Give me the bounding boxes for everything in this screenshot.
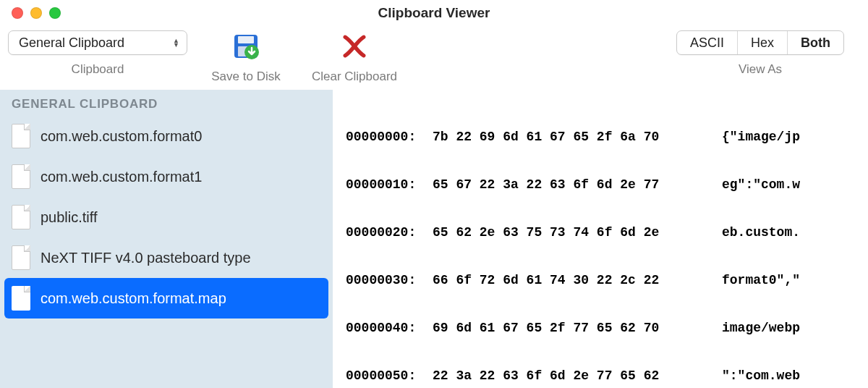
file-icon xyxy=(12,124,30,148)
view-as-group: ASCII Hex Both View As xyxy=(665,26,868,77)
titlebar: Clipboard Viewer xyxy=(0,0,868,26)
hex-ascii-pane: 00000000: 7b 22 69 6d 61 67 65 2f 6a 70 … xyxy=(333,90,868,388)
view-as-segmented: ASCII Hex Both xyxy=(676,30,844,55)
clipboard-select-group: General Clipboard ▲▼ Clipboard xyxy=(0,26,195,77)
minimize-window-icon[interactable] xyxy=(30,7,42,19)
hex-ascii: image/webp xyxy=(722,320,800,336)
sidebar-item[interactable]: public.tiff xyxy=(0,197,333,237)
sidebar: GENERAL CLIPBOARD com.web.custom.format0… xyxy=(0,90,333,388)
clipboard-select[interactable]: General Clipboard ▲▼ xyxy=(8,30,187,55)
chevron-updown-icon: ▲▼ xyxy=(173,38,179,47)
hex-offset: 00000030: xyxy=(346,272,433,288)
traffic-lights xyxy=(0,7,61,19)
hex-offset: 00000020: xyxy=(346,224,433,240)
sidebar-item-label: com.web.custom.format0 xyxy=(41,128,202,145)
hex-ascii: {"image/jp xyxy=(722,129,800,145)
hex-ascii: ":"com.web xyxy=(722,368,800,384)
view-as-caption: View As xyxy=(739,62,782,77)
sidebar-item[interactable]: NeXT TIFF v4.0 pasteboard type xyxy=(0,237,333,278)
hex-row: 00000050: 22 3a 22 63 6f 6d 2e 77 65 62 … xyxy=(346,368,855,384)
clear-caption: Clear Clipboard xyxy=(312,69,397,84)
svg-rect-1 xyxy=(238,36,254,43)
toolbar: General Clipboard ▲▼ Clipboard Save to D… xyxy=(0,26,868,90)
hex-row: 00000010: 65 67 22 3a 22 63 6f 6d 2e 77 … xyxy=(346,177,855,193)
file-icon xyxy=(12,286,30,311)
window-title: Clipboard Viewer xyxy=(378,5,490,21)
save-to-disk-group: Save to Disk xyxy=(195,26,297,84)
hex-bytes: 66 6f 72 6d 61 74 30 22 2c 22 xyxy=(433,272,722,288)
sidebar-item-label: public.tiff xyxy=(41,209,98,226)
hex-row: 00000020: 65 62 2e 63 75 73 74 6f 6d 2e … xyxy=(346,224,855,240)
file-icon xyxy=(12,164,30,189)
hex-ascii: format0"," xyxy=(722,272,800,288)
sidebar-item-label: com.web.custom.format.map xyxy=(41,290,226,307)
hex-offset: 00000000: xyxy=(346,129,433,145)
sidebar-item[interactable]: com.web.custom.format.map xyxy=(4,278,328,319)
file-icon xyxy=(12,245,30,270)
floppy-download-icon xyxy=(230,30,262,62)
view-as-hex[interactable]: Hex xyxy=(737,31,787,54)
sidebar-item-label: com.web.custom.format1 xyxy=(41,169,202,185)
hex-bytes: 22 3a 22 63 6f 6d 2e 77 65 62 xyxy=(433,368,722,384)
sidebar-section-header: GENERAL CLIPBOARD xyxy=(0,90,333,116)
hex-bytes: 7b 22 69 6d 61 67 65 2f 6a 70 xyxy=(433,129,722,145)
hex-row: 00000000: 7b 22 69 6d 61 67 65 2f 6a 70 … xyxy=(346,129,855,145)
hex-ascii: eb.custom. xyxy=(722,224,800,240)
hex-row: 00000040: 69 6d 61 67 65 2f 77 65 62 70 … xyxy=(346,320,855,336)
clipboard-caption: Clipboard xyxy=(72,62,124,77)
red-x-icon xyxy=(340,32,369,61)
save-caption: Save to Disk xyxy=(211,69,280,84)
zoom-window-icon[interactable] xyxy=(49,7,61,19)
hex-bytes: 65 62 2e 63 75 73 74 6f 6d 2e xyxy=(433,224,722,240)
hex-bytes: 65 67 22 3a 22 63 6f 6d 2e 77 xyxy=(433,177,722,193)
view-as-ascii[interactable]: ASCII xyxy=(677,31,737,54)
hex-offset: 00000040: xyxy=(346,320,433,336)
sidebar-item[interactable]: com.web.custom.format1 xyxy=(0,156,333,197)
clipboard-select-value: General Clipboard xyxy=(19,35,124,51)
hex-offset: 00000050: xyxy=(346,368,433,384)
save-to-disk-button[interactable] xyxy=(230,30,262,62)
content-area: GENERAL CLIPBOARD com.web.custom.format0… xyxy=(0,90,868,388)
close-window-icon[interactable] xyxy=(12,7,23,19)
file-icon xyxy=(12,205,30,229)
clear-clipboard-group: Clear Clipboard xyxy=(297,26,412,84)
sidebar-item[interactable]: com.web.custom.format0 xyxy=(0,116,333,156)
hex-bytes: 69 6d 61 67 65 2f 77 65 62 70 xyxy=(433,320,722,336)
sidebar-item-label: NeXT TIFF v4.0 pasteboard type xyxy=(41,250,251,266)
clear-clipboard-button[interactable] xyxy=(339,30,370,62)
hex-row: 00000030: 66 6f 72 6d 61 74 30 22 2c 22 … xyxy=(346,272,855,288)
hex-ascii: eg":"com.w xyxy=(722,177,800,193)
view-as-both[interactable]: Both xyxy=(787,31,843,54)
hex-offset: 00000010: xyxy=(346,177,433,193)
